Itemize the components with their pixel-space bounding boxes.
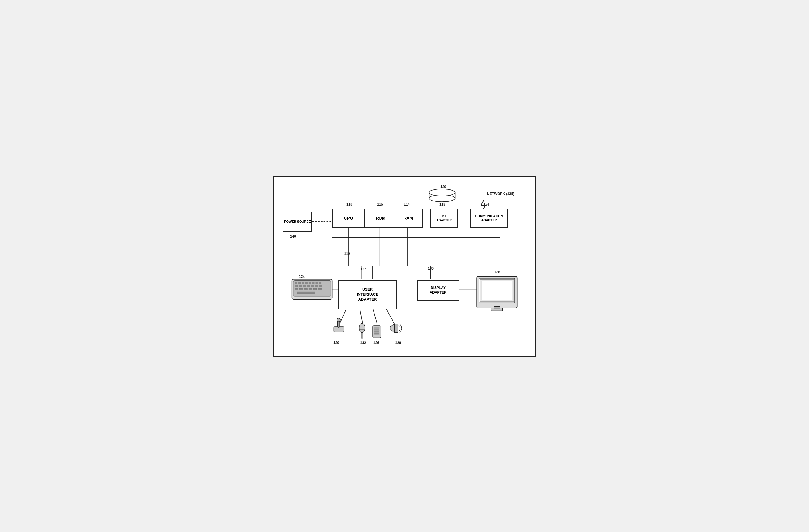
svg-rect-38 [299, 285, 302, 287]
svg-rect-50 [298, 291, 315, 294]
svg-rect-65 [394, 324, 398, 333]
label-126: 126 [373, 341, 379, 345]
svg-point-22 [429, 195, 455, 202]
svg-rect-48 [313, 288, 317, 290]
svg-rect-52 [338, 320, 340, 327]
svg-rect-70 [491, 308, 503, 311]
svg-rect-41 [311, 285, 314, 287]
svg-rect-45 [299, 288, 303, 290]
svg-rect-68 [480, 279, 514, 301]
svg-point-23 [429, 189, 455, 196]
svg-rect-28 [293, 280, 331, 296]
display-adapter-box: DISPLAYADAPTER [417, 280, 459, 301]
svg-rect-69 [482, 281, 512, 300]
svg-rect-49 [318, 288, 322, 290]
svg-rect-36 [319, 282, 321, 284]
svg-rect-44 [295, 288, 298, 290]
power-source-box: POWER SOURCE [283, 212, 312, 232]
svg-rect-67 [479, 278, 515, 303]
svg-rect-42 [315, 285, 318, 287]
label-124: 124 [299, 274, 305, 279]
svg-line-20 [373, 308, 377, 323]
svg-rect-59 [373, 325, 381, 338]
svg-line-21 [386, 308, 395, 323]
svg-rect-66 [477, 276, 517, 308]
svg-rect-62 [374, 332, 379, 333]
label-112: 112 [344, 252, 350, 256]
svg-rect-46 [304, 288, 307, 290]
svg-rect-61 [374, 330, 379, 331]
svg-rect-33 [309, 282, 311, 284]
svg-rect-31 [302, 282, 304, 284]
rom-box: ROM [364, 209, 397, 228]
label-110: 110 [346, 202, 352, 207]
label-114: 114 [404, 202, 410, 207]
label-136: 136 [428, 266, 434, 270]
label-134: 134 [484, 202, 489, 207]
svg-rect-35 [315, 282, 318, 284]
label-140: 140 [290, 234, 296, 238]
svg-rect-58 [361, 332, 363, 338]
user-interface-adapter-box: USERINTERFACEADAPTER [338, 280, 397, 309]
label-122: 122 [360, 267, 366, 271]
svg-line-18 [340, 308, 347, 323]
svg-rect-51 [334, 326, 344, 332]
svg-rect-34 [312, 282, 314, 284]
svg-rect-39 [303, 285, 306, 287]
svg-line-19 [360, 308, 363, 323]
cpu-box: CPU [332, 209, 364, 228]
svg-rect-29 [295, 282, 297, 284]
svg-rect-40 [307, 285, 310, 287]
svg-rect-30 [298, 282, 301, 284]
svg-rect-71 [494, 306, 500, 309]
svg-rect-47 [309, 288, 312, 290]
ram-box: RAM [394, 209, 423, 228]
label-128: 128 [395, 341, 401, 345]
svg-rect-43 [319, 285, 322, 287]
svg-point-54 [359, 323, 365, 333]
svg-rect-27 [292, 279, 332, 299]
comm-adapter-box: COMMUNICATIONADAPTER [470, 209, 508, 228]
label-116: 116 [377, 202, 383, 207]
svg-point-53 [337, 318, 340, 321]
label-120: 120 [441, 185, 446, 189]
svg-rect-60 [374, 327, 379, 329]
label-132: 132 [360, 341, 366, 345]
label-130: 130 [333, 341, 339, 345]
svg-rect-37 [295, 285, 298, 287]
label-118: 118 [440, 202, 445, 207]
svg-rect-63 [374, 334, 379, 335]
label-network: NETWORK (135) [487, 192, 514, 196]
svg-rect-32 [305, 282, 307, 284]
diagram-container: POWER SOURCE CPU ROM RAM I/OADAPTER COMM… [273, 176, 536, 356]
label-138: 138 [494, 270, 500, 274]
svg-marker-64 [390, 324, 394, 333]
io-adapter-box: I/OADAPTER [430, 209, 458, 228]
